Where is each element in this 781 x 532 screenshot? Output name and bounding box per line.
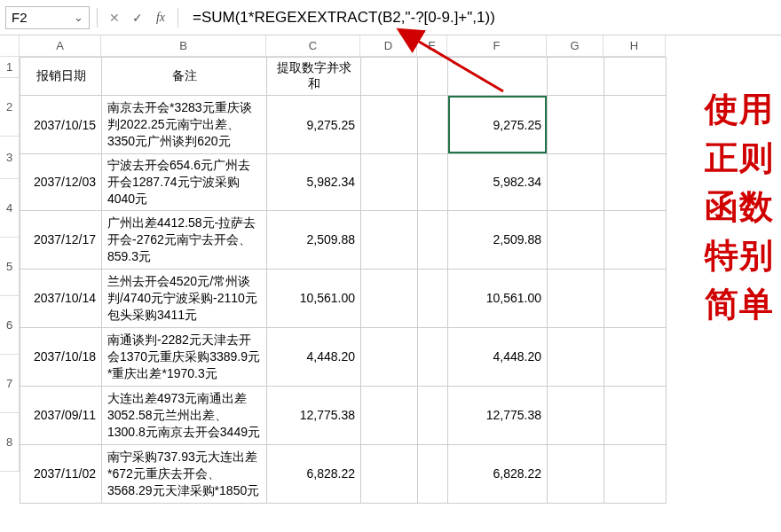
column-header-h[interactable]: H: [604, 35, 666, 57]
column-header-b[interactable]: B: [101, 35, 266, 57]
column-header-d[interactable]: D: [360, 35, 417, 57]
column-header-g[interactable]: G: [547, 35, 604, 57]
cell-H6[interactable]: [604, 327, 667, 386]
divider: [97, 8, 98, 27]
cell-B2[interactable]: 南京去开会*3283元重庆谈判2022.25元南宁出差、3350元广州谈判620…: [102, 96, 267, 154]
cell-D1[interactable]: [361, 58, 418, 96]
row-header-1[interactable]: 1: [0, 57, 20, 78]
cell-F5[interactable]: 10,561.00: [448, 269, 548, 327]
cell-H1[interactable]: [604, 58, 667, 96]
cell-E3[interactable]: [418, 154, 448, 211]
cell-G4[interactable]: [548, 210, 604, 269]
cell-F1[interactable]: [448, 58, 548, 96]
cell-D7[interactable]: [361, 386, 418, 444]
accept-button[interactable]: ✓: [128, 8, 147, 27]
cell-G8[interactable]: [548, 444, 604, 503]
cell-C2[interactable]: 9,275.25: [267, 96, 361, 154]
cell-A5[interactable]: 2037/10/14: [20, 269, 102, 327]
cell-H3[interactable]: [604, 154, 667, 211]
name-box-dropdown-icon[interactable]: ⌄: [74, 11, 83, 24]
column-header-f[interactable]: F: [447, 35, 547, 57]
cell-H5[interactable]: [604, 269, 667, 327]
cell-F4[interactable]: 2,509.88: [448, 210, 548, 269]
name-box-value: F2: [12, 10, 28, 25]
row-header-8[interactable]: 8: [0, 413, 20, 472]
column-headers: ABCDEFGH: [0, 35, 781, 57]
cell-H8[interactable]: [604, 444, 667, 503]
cell-C1[interactable]: 提取数字并求和: [267, 58, 361, 96]
cell-E8[interactable]: [418, 444, 448, 503]
row-header-2[interactable]: 2: [0, 78, 20, 137]
cell-C8[interactable]: 6,828.22: [267, 444, 361, 503]
cell-B7[interactable]: 大连出差4973元南通出差3052.58元兰州出差、1300.8元南京去开会34…: [102, 386, 267, 444]
row-headers: 12345678: [0, 57, 20, 504]
row-header-4[interactable]: 4: [0, 179, 20, 238]
cell-G5[interactable]: [548, 269, 604, 327]
cell-B4[interactable]: 广州出差4412.58元-拉萨去开会-2762元南宁去开会、859.3元: [102, 210, 267, 269]
column-header-a[interactable]: A: [20, 35, 101, 57]
cell-E6[interactable]: [418, 327, 448, 386]
cell-C3[interactable]: 5,982.34: [267, 154, 361, 211]
row-header-6[interactable]: 6: [0, 296, 20, 355]
cell-A8[interactable]: 2037/11/02: [20, 444, 102, 503]
fx-label: fx: [156, 11, 165, 25]
cell-F8[interactable]: 6,828.22: [448, 444, 548, 503]
cell-A4[interactable]: 2037/12/17: [20, 210, 102, 269]
cell-E5[interactable]: [418, 269, 448, 327]
cell-F3[interactable]: 5,982.34: [448, 154, 548, 211]
cell-E1[interactable]: [418, 58, 448, 96]
cell-A2[interactable]: 2037/10/15: [20, 96, 102, 154]
cell-E2[interactable]: [418, 96, 448, 154]
cell-B1[interactable]: 备注: [102, 58, 267, 96]
cell-B6[interactable]: 南通谈判-2282元天津去开会1370元重庆采购3389.9元*重庆出差*197…: [102, 327, 267, 386]
cells-grid[interactable]: 报销日期备注提取数字并求和2037/10/15南京去开会*3283元重庆谈判20…: [20, 57, 667, 504]
cancel-icon: ✕: [109, 11, 120, 25]
select-all-corner[interactable]: [0, 35, 20, 57]
formula-input[interactable]: [185, 4, 776, 32]
cell-F7[interactable]: 12,775.38: [448, 386, 548, 444]
cancel-button[interactable]: ✕: [105, 8, 124, 27]
cell-H7[interactable]: [604, 386, 667, 444]
cell-E4[interactable]: [418, 210, 448, 269]
cell-G7[interactable]: [548, 386, 604, 444]
cell-F6[interactable]: 4,448.20: [448, 327, 548, 386]
cell-G2[interactable]: [548, 96, 604, 154]
column-header-c[interactable]: C: [266, 35, 360, 57]
row-header-3[interactable]: 3: [0, 137, 20, 179]
cell-G6[interactable]: [548, 327, 604, 386]
cell-D6[interactable]: [361, 327, 418, 386]
cell-F2[interactable]: 9,275.25: [448, 96, 548, 154]
column-header-e[interactable]: E: [417, 35, 447, 57]
cell-A7[interactable]: 2037/09/11: [20, 386, 102, 444]
sheet-area: ABCDEFGH 12345678 报销日期备注提取数字并求和2037/10/1…: [0, 35, 781, 504]
cell-H2[interactable]: [604, 96, 667, 154]
row-header-7[interactable]: 7: [0, 355, 20, 413]
cell-E7[interactable]: [418, 386, 448, 444]
cell-G3[interactable]: [548, 154, 604, 211]
cell-A6[interactable]: 2037/10/18: [20, 327, 102, 386]
accept-icon: ✓: [132, 11, 143, 25]
row-header-5[interactable]: 5: [0, 238, 20, 296]
cell-C4[interactable]: 2,509.88: [267, 210, 361, 269]
cell-D8[interactable]: [361, 444, 418, 503]
cell-C7[interactable]: 12,775.38: [267, 386, 361, 444]
cell-D2[interactable]: [361, 96, 418, 154]
cell-C6[interactable]: 4,448.20: [267, 327, 361, 386]
cell-C5[interactable]: 10,561.00: [267, 269, 361, 327]
formula-bar: F2 ⌄ ✕ ✓ fx: [0, 0, 781, 35]
divider: [178, 8, 178, 27]
cell-D4[interactable]: [361, 210, 418, 269]
cell-H4[interactable]: [604, 210, 667, 269]
cell-B8[interactable]: 南宁采购737.93元大连出差*672元重庆去开会、3568.29元天津采购*1…: [102, 444, 267, 503]
cell-B3[interactable]: 宁波去开会654.6元广州去开会1287.74元宁波采购4040元: [102, 154, 267, 211]
cell-B5[interactable]: 兰州去开会4520元/常州谈判/4740元宁波采购-2110元包头采购3411元: [102, 269, 267, 327]
cell-D5[interactable]: [361, 269, 418, 327]
cell-D3[interactable]: [361, 154, 418, 211]
insert-function-button[interactable]: fx: [151, 8, 170, 27]
cell-A3[interactable]: 2037/12/03: [20, 154, 102, 211]
name-box[interactable]: F2 ⌄: [5, 6, 90, 29]
cell-A1[interactable]: 报销日期: [20, 58, 102, 96]
cell-G1[interactable]: [548, 58, 604, 96]
